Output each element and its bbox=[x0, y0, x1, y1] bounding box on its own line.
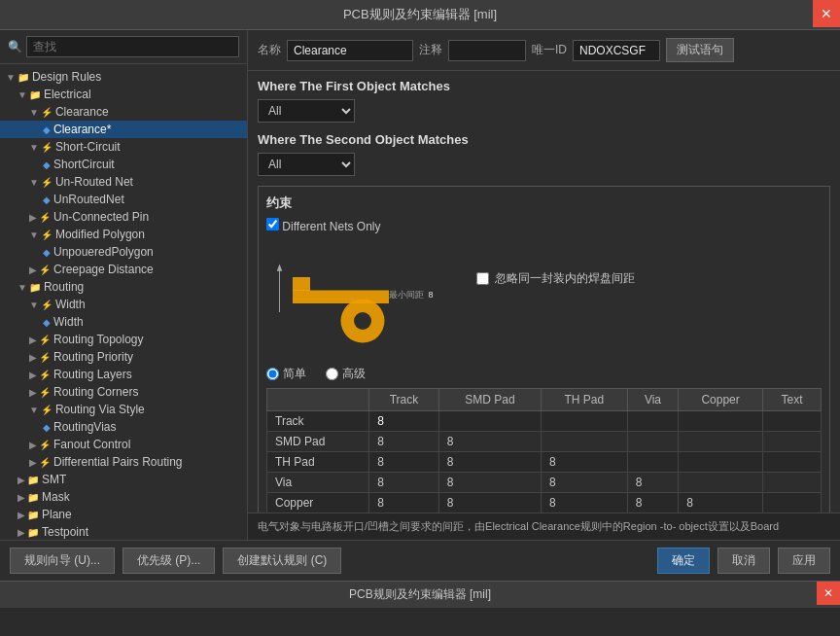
table-cell-0-0[interactable]: 8 bbox=[369, 411, 439, 432]
tree-item-mask[interactable]: ▶📁Mask bbox=[0, 488, 247, 506]
table-cell-2-4[interactable] bbox=[679, 452, 763, 473]
tree-item-short-circuit[interactable]: ▼⚡Short-Circuit bbox=[0, 138, 247, 156]
table-cell-3-0[interactable]: 8 bbox=[369, 473, 439, 493]
table-cell-4-5[interactable] bbox=[762, 493, 821, 513]
second-match-dropdown[interactable]: All bbox=[258, 153, 355, 176]
tree-container[interactable]: ▼📁Design Rules▼📁Electrical▼⚡Clearance◆Cl… bbox=[0, 64, 247, 540]
tree-label: Routing Priority bbox=[53, 350, 133, 364]
simple-radio-label[interactable]: 简单 bbox=[266, 366, 306, 382]
table-cell-1-5[interactable] bbox=[762, 432, 821, 452]
different-nets-checkbox[interactable] bbox=[266, 218, 279, 230]
search-input[interactable] bbox=[26, 36, 239, 57]
test-button[interactable]: 测试语句 bbox=[666, 38, 734, 62]
tree-item-routing-priority[interactable]: ▶⚡Routing Priority bbox=[0, 348, 247, 366]
create-default-button[interactable]: 创建默认规则 (C) bbox=[223, 548, 341, 574]
table-row: Copper88888 bbox=[267, 493, 822, 513]
row-label-2: TH Pad bbox=[267, 452, 369, 473]
simple-radio[interactable] bbox=[266, 368, 279, 380]
tree-item-modified-polygon[interactable]: ▼⚡Modified Polygon bbox=[0, 226, 247, 243]
table-cell-2-0[interactable]: 8 bbox=[369, 452, 439, 473]
tree-item-short-circuit-item[interactable]: ◆ShortCircuit bbox=[0, 156, 247, 173]
cancel-button[interactable]: 取消 bbox=[718, 548, 770, 574]
table-cell-1-4[interactable] bbox=[679, 432, 763, 452]
tree-item-un-routed-net-item[interactable]: ◆UnRoutedNet bbox=[0, 191, 247, 208]
tree-label: Modified Polygon bbox=[55, 228, 145, 241]
rule-wizard-button[interactable]: 规则向导 (U)... bbox=[10, 548, 115, 574]
id-input[interactable] bbox=[573, 40, 660, 61]
right-panel: 名称 注释 唯一ID 测试语句 Where The First Object M… bbox=[248, 30, 840, 540]
table-cell-4-1[interactable]: 8 bbox=[438, 493, 541, 513]
table-cell-0-1[interactable] bbox=[438, 411, 541, 432]
tree-item-routing-vias[interactable]: ◆RoutingVias bbox=[0, 418, 247, 436]
table-row: TH Pad888 bbox=[267, 452, 822, 473]
table-cell-4-0[interactable]: 8 bbox=[369, 493, 439, 513]
table-cell-1-2[interactable] bbox=[541, 432, 627, 452]
table-row: SMD Pad88 bbox=[267, 432, 822, 452]
advanced-radio-label[interactable]: 高级 bbox=[326, 366, 366, 382]
rule-content: Where The First Object Matches All Where… bbox=[248, 71, 840, 512]
table-cell-1-0[interactable]: 8 bbox=[369, 432, 439, 452]
table-cell-0-3[interactable] bbox=[627, 411, 679, 432]
table-cell-0-4[interactable] bbox=[679, 411, 763, 432]
bottom-close-button[interactable]: ✕ bbox=[817, 582, 840, 605]
table-cell-1-3[interactable] bbox=[627, 432, 679, 452]
tree-item-routing[interactable]: ▼📁Routing bbox=[0, 278, 247, 296]
table-cell-0-2[interactable] bbox=[541, 411, 627, 432]
table-row: Via8888 bbox=[267, 473, 822, 493]
tree-item-routing-layers[interactable]: ▶⚡Routing Layers bbox=[0, 366, 247, 383]
confirm-button[interactable]: 确定 bbox=[657, 548, 710, 574]
tree-label: UnRoutedNet bbox=[53, 193, 124, 206]
tree-item-un-routed-net[interactable]: ▼⚡Un-Routed Net bbox=[0, 173, 247, 191]
table-cell-3-5[interactable] bbox=[762, 473, 821, 493]
table-cell-1-1[interactable]: 8 bbox=[438, 432, 541, 452]
tree-item-clearance-item[interactable]: ◆Clearance* bbox=[0, 121, 247, 138]
tree-item-creepage-distance[interactable]: ▶⚡Creepage Distance bbox=[0, 261, 247, 278]
constraint-options: 忽略同一封装内的焊盘间距 bbox=[476, 241, 635, 287]
table-cell-3-4[interactable] bbox=[679, 473, 763, 493]
tree-item-clearance-folder[interactable]: ▼⚡Clearance bbox=[0, 103, 247, 121]
table-cell-3-1[interactable]: 8 bbox=[438, 473, 541, 493]
table-cell-4-3[interactable]: 8 bbox=[627, 493, 679, 513]
tree-label: Testpoint bbox=[42, 525, 88, 539]
tree-item-routing-topology[interactable]: ▶⚡Routing Topology bbox=[0, 331, 247, 348]
first-match-dropdown[interactable]: All bbox=[258, 99, 355, 123]
clearance-svg: 最小间距 8 bbox=[266, 241, 441, 348]
priority-button[interactable]: 优先级 (P)... bbox=[122, 548, 215, 574]
table-cell-4-2[interactable]: 8 bbox=[541, 493, 627, 513]
tree-item-routing-corners[interactable]: ▶⚡Routing Corners bbox=[0, 383, 247, 401]
table-cell-3-3[interactable]: 8 bbox=[627, 473, 679, 493]
tree-item-smt[interactable]: ▶📁SMT bbox=[0, 471, 247, 488]
comment-input[interactable] bbox=[448, 40, 526, 61]
table-cell-2-3[interactable] bbox=[627, 452, 679, 473]
clearance-table: TrackSMD PadTH PadViaCopperTextTrack8SMD… bbox=[266, 388, 822, 512]
advanced-radio[interactable] bbox=[326, 368, 338, 380]
table-cell-2-1[interactable]: 8 bbox=[438, 452, 541, 473]
table-cell-4-4[interactable]: 8 bbox=[679, 493, 763, 513]
svg-text:最小间距: 最小间距 bbox=[389, 290, 424, 300]
ignore-pad-checkbox[interactable] bbox=[476, 272, 489, 285]
tree-item-diff-pairs[interactable]: ▶⚡Differential Pairs Routing bbox=[0, 453, 247, 471]
table-cell-3-2[interactable]: 8 bbox=[541, 473, 627, 493]
bottom-title-text: PCB规则及约束编辑器 [mil] bbox=[349, 587, 491, 601]
tree-item-unpouredpolygon[interactable]: ◆UnpoueredPolygon bbox=[0, 243, 247, 261]
table-cell-2-5[interactable] bbox=[762, 452, 821, 473]
left-panel: 🔍 ▼📁Design Rules▼📁Electrical▼⚡Clearance◆… bbox=[0, 30, 248, 540]
tree-item-routing-via-style[interactable]: ▼⚡Routing Via Style bbox=[0, 401, 247, 418]
tree-item-plane[interactable]: ▶📁Plane bbox=[0, 506, 247, 523]
tree-item-fanout-control[interactable]: ▶⚡Fanout Control bbox=[0, 436, 247, 453]
close-button[interactable]: ✕ bbox=[813, 0, 840, 27]
tree-item-width-item[interactable]: ◆Width bbox=[0, 313, 247, 331]
tree-item-un-connected-pin[interactable]: ▶⚡Un-Connected Pin bbox=[0, 208, 247, 226]
tree-item-design-rules[interactable]: ▼📁Design Rules bbox=[0, 68, 247, 86]
table-cell-0-5[interactable] bbox=[762, 411, 821, 432]
bottom-title-bar: PCB规则及约束编辑器 [mil] ✕ bbox=[0, 581, 840, 608]
rule-name-input[interactable] bbox=[287, 40, 413, 61]
tree-label: Clearance bbox=[55, 105, 109, 119]
tree-item-testpoint[interactable]: ▶📁Testpoint bbox=[0, 523, 247, 540]
table-cell-2-2[interactable]: 8 bbox=[541, 452, 627, 473]
tree-item-electrical[interactable]: ▼📁Electrical bbox=[0, 86, 247, 103]
tree-item-width[interactable]: ▼⚡Width bbox=[0, 296, 247, 313]
toolbar-left: 规则向导 (U)... 优先级 (P)... 创建默认规则 (C) bbox=[10, 548, 341, 574]
apply-button[interactable]: 应用 bbox=[778, 548, 830, 574]
row-label-1: SMD Pad bbox=[267, 432, 369, 452]
